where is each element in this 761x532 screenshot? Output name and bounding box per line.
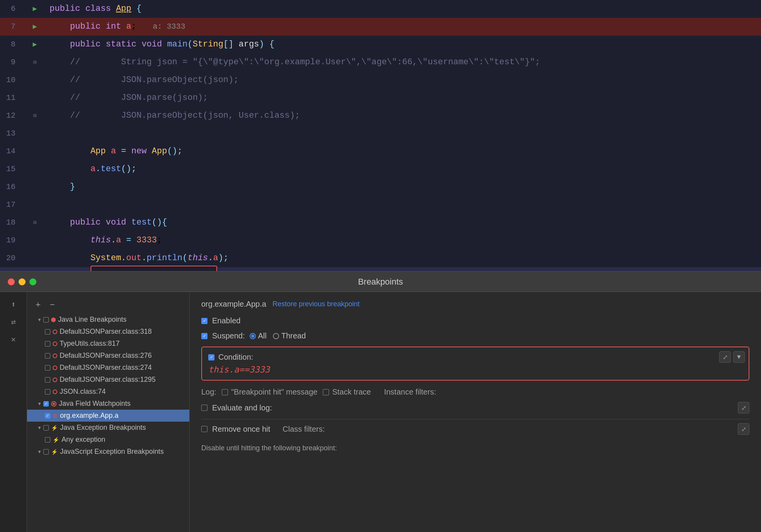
code-line: 9⊟ // String json = "{\"@type\":\"org.ex… [0,53,761,71]
arrow-icon: ▶ [33,0,37,18]
expand-button[interactable]: ⤢ [719,351,731,363]
group-checkbox[interactable] [43,425,49,431]
line-number: 20 [0,249,23,267]
dialog-body: ⬆ ⇄ ✕ + − ▼ Java Line Breakpoints Defaul… [0,292,761,532]
list-item[interactable]: DefaultJSONParser.class:318 [27,326,189,338]
code-content: } [46,178,761,196]
swap-icon[interactable]: ⇄ [11,317,15,327]
code-content: public static void main(String[] args) { [46,36,761,53]
item-checkbox[interactable] [45,329,50,335]
line-number: 8 [0,36,23,53]
gutter: ⊟ [23,214,46,232]
group-checkbox[interactable] [43,449,49,455]
item-checkbox[interactable] [45,353,50,359]
radio-thread-label: Thread [281,331,306,340]
group-java-exception-breakpoints[interactable]: ▼ ⚡ Java Exception Breakpoints [27,422,189,434]
group-java-field-watchpoints[interactable]: ▼ Java Field Watchpoints [27,398,189,410]
code-line: 13 [0,125,761,142]
class-filters-label: Class filters: [283,425,325,434]
maximize-button[interactable] [29,278,36,285]
item-label: DefaultJSONParser.class:274 [60,364,152,372]
code-content: a.test(); [46,160,761,178]
code-line: 12⊟ // JSON.parseObject(json, User.class… [0,107,761,125]
group-label: JavaScript Exception Breakpoints [60,448,164,456]
evaluate-checkbox[interactable] [201,405,207,411]
list-item[interactable]: JSON.class:74 [27,386,189,398]
item-checkbox[interactable] [45,377,50,383]
log-message-checkbox[interactable] [222,389,228,395]
restore-link[interactable]: Restore previous breakpoint [273,300,360,308]
code-content: public class App { [46,0,761,18]
line-number: 16 [0,178,23,196]
item-label: Any exception [62,436,105,444]
condition-input[interactable] [208,365,742,374]
gutter: ▶ [23,36,46,53]
list-item[interactable]: DefaultJSONParser.class:276 [27,350,189,362]
radio-thread[interactable]: Thread [273,331,306,340]
add-breakpoint-button[interactable]: + [33,299,43,311]
list-item[interactable]: DefaultJSONParser.class:1295 [27,374,189,386]
radio-all-btn[interactable] [250,333,256,339]
group-label: Java Line Breakpoints [58,316,127,324]
code-content: this.a = this.a + 1111; a: 3333 [46,266,761,271]
evaluate-expand-button[interactable]: ⤢ [738,402,749,414]
fold-icon[interactable]: ⊟ [33,214,36,232]
condition-checkbox[interactable]: ✓ [208,354,214,360]
gutter: ▶ [23,0,46,18]
list-item[interactable]: ⚡ Any exception [27,434,189,446]
group-js-exception-breakpoints[interactable]: ▼ ⚡ JavaScript Exception Breakpoints [27,446,189,458]
radio-all[interactable]: All [250,331,267,340]
evaluate-label: Evaluate and log: [212,403,272,412]
close-icon[interactable]: ✕ [11,335,15,344]
code-line: 15 a.test(); [0,160,761,178]
list-toolbar: + − [27,296,189,314]
item-checkbox[interactable] [45,437,50,443]
lightning-icon: ⚡ [51,425,58,431]
suspend-checkbox[interactable]: ✓ [201,333,207,339]
list-item-selected[interactable]: ⚙ org.example.App.a [27,410,189,422]
remove-breakpoint-button[interactable]: − [48,299,57,311]
code-line: 6▶public class App { [0,0,761,18]
minimize-button[interactable] [19,278,26,285]
group-checkbox[interactable] [43,317,49,323]
log-message-option[interactable]: "Breakpoint hit" message [222,388,317,396]
breakpoint-outline-icon [53,342,57,346]
upload-icon[interactable]: ⬆ [11,300,15,309]
close-button[interactable] [8,278,15,285]
code-content: this.a = 3333; [46,232,761,249]
dialog-titlebar: Breakpoints [0,272,761,292]
remove-once-checkbox[interactable] [201,426,207,432]
enabled-checkbox[interactable]: ✓ [201,318,207,324]
stack-trace-checkbox[interactable] [323,389,329,395]
class-filters-expand-button[interactable]: ⤢ [738,423,749,435]
fold-icon[interactable]: ⊟ [33,107,36,125]
breakpoints-list-panel: + − ▼ Java Line Breakpoints DefaultJSONP… [27,292,190,532]
item-label: JSON.class:74 [60,388,106,396]
list-item[interactable]: DefaultJSONParser.class:274 [27,362,189,374]
item-checkbox-checked[interactable] [45,413,50,419]
gutter: ⊟ [23,53,46,71]
code-content: public int a; a: 3333 [46,18,761,36]
suspend-label: Suspend: [212,331,245,340]
breakpoint-outline-icon [53,354,57,358]
group-checkbox-checked[interactable] [43,401,49,407]
list-item[interactable]: TypeUtils.class:817 [27,338,189,350]
group-java-line-breakpoints[interactable]: ▼ Java Line Breakpoints [27,314,189,326]
code-content: App a = new App(); [46,142,761,160]
code-content: public void test(){ [46,214,761,232]
dialog-title: Breakpoints [358,277,403,287]
line-number: 9 [0,53,23,71]
dropdown-button[interactable]: ▼ [733,351,745,363]
line-number: 6 [0,0,23,18]
stack-trace-option[interactable]: Stack trace [323,388,371,396]
log-row: Log: "Breakpoint hit" message Stack trac… [201,388,749,396]
item-checkbox[interactable] [45,365,50,371]
fold-icon[interactable]: ⊟ [33,53,36,71]
suspend-radio-group: All Thread [250,331,306,340]
group-label: Java Field Watchpoints [59,400,130,408]
item-checkbox[interactable] [45,389,50,395]
log-message-label: "Breakpoint hit" message [231,388,317,396]
item-checkbox[interactable] [45,341,50,347]
radio-thread-btn[interactable] [273,333,279,339]
group-label: Java Exception Breakpoints [60,424,146,432]
